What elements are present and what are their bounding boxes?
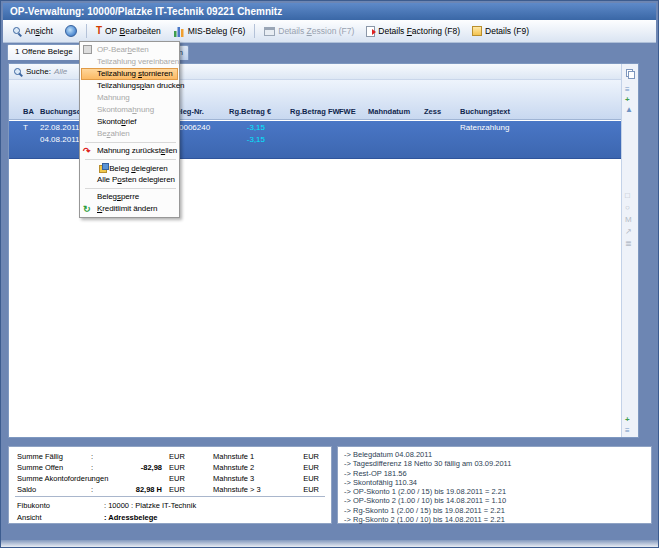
menu-item-teilzahlung-vereinbaren: Teilzahlung vereinbaren	[81, 56, 178, 68]
collapse-all-icon[interactable]: ≡	[625, 86, 630, 94]
menu-item-mahnung-zurueckstellen[interactable]: ↷ Mahnung zurückstellen	[81, 145, 178, 157]
edit-icon	[83, 45, 92, 54]
print-tool-icon[interactable]: ≣	[625, 240, 632, 248]
menu-item-kreditlimit-aendern[interactable]: ↻ Kreditlimit ändern	[81, 203, 178, 215]
cell-ba: T	[23, 122, 28, 134]
summary-row-offen: Summe Offen : -82,98 EUR Mahnstufe 2 EUR	[9, 462, 331, 473]
detail-line: -> Rg-Skonto 2 (1.00 / 10) bis 14.08.201…	[344, 515, 651, 524]
op-bearbeiten-button-label: OP Bearbeiten	[105, 26, 161, 36]
menu-item-alle-posten-delegieren[interactable]: Alle Posten delegieren	[81, 174, 178, 186]
toolbar-separator	[86, 24, 87, 38]
cell-offen: -3,15	[205, 134, 265, 146]
search-icon	[13, 67, 23, 77]
detail-line: -> OP-Skonto 2 (1.00 / 10) bis 14.08.201…	[344, 496, 651, 505]
menu-item-bezahlen: Bezahlen	[81, 128, 178, 140]
tab-offene-belege-label: 1 Offene Belege	[15, 47, 73, 56]
details-factoring-button-label: Details Factoring (F8)	[378, 26, 460, 36]
export-tool-icon[interactable]: ↗	[625, 228, 632, 236]
fibukonto-value: : 10000 : Platzke IT-Technik	[104, 500, 196, 511]
details-button[interactable]: Details (F9)	[467, 24, 534, 38]
menu-item-mahnung: Mahnung	[81, 92, 178, 104]
detail-line: -> Belegdatum 04.08.2011	[344, 450, 651, 459]
cell-rg-betrag: -3,15	[205, 122, 265, 134]
bar-chart-icon	[173, 25, 185, 37]
summary-divider	[15, 496, 325, 497]
expand-icon[interactable]: +	[625, 96, 630, 104]
menu-item-teilzahlungsplan-drucken[interactable]: Teilzahlungsplan drucken	[81, 80, 178, 92]
zession-window-icon	[264, 27, 275, 36]
detail-line: -> OP-Skonto 1 (2.00 / 15) bis 19.08.201…	[344, 487, 651, 496]
toolbar: Ansicht T OP Bearbeiten MIS-Beleg (F6) D…	[3, 20, 656, 43]
scroll-up-icon[interactable]: ▲	[625, 106, 633, 114]
zoom-tool-icon[interactable]: ○	[625, 204, 630, 212]
menu-item-skontomahnung: Skontomahnung	[81, 104, 178, 116]
refresh-green-icon: ↻	[83, 204, 93, 214]
summary-panel: Summe Fällig : EUR Mahnstufe 1 EUR Summe…	[8, 446, 332, 524]
toolbar-separator	[254, 24, 255, 38]
globe-icon	[65, 25, 77, 37]
details-zession-button-label: Details Zession (F7)	[278, 26, 354, 36]
ansicht-value: : Adressbelege	[104, 512, 158, 523]
op-verwaltung-window: OP-Verwaltung: 10000/Platzke IT-Technik …	[0, 0, 659, 548]
op-bearbeiten-button[interactable]: T OP Bearbeiten	[91, 24, 166, 38]
menu-item-beleg-delegieren[interactable]: Beleg delegieren	[81, 162, 178, 174]
details-button-label: Details (F9)	[485, 26, 529, 36]
mis-beleg-button-label: MIS-Beleg (F6)	[188, 26, 246, 36]
title-bar: OP-Verwaltung: 10000/Platzke IT-Technik …	[3, 3, 656, 20]
cell-buchungsdatum: 22.08.2011	[40, 122, 79, 134]
menu-item-op-bearbeiten: OP-Bearbeiten	[81, 44, 178, 56]
mis-beleg-button[interactable]: MIS-Beleg (F6)	[168, 23, 251, 39]
grid-side-toolbar: ≡ + ▲ □ ○ M ↗ ≣ + ≡	[621, 64, 638, 437]
search-label: Suche:	[26, 67, 51, 76]
skonto-details-panel: -> Belegdatum 04.08.2011 -> Tagesdiffere…	[337, 446, 652, 524]
summary-row-akonto: Summe Akontoforderungen : EUR Mahnstufe …	[9, 473, 331, 484]
detail-line: -> Tagesdifferenz 18 Netto 30 fällig am …	[344, 459, 651, 468]
op-bearbeiten-icon: T	[96, 26, 102, 36]
menu-separator	[85, 142, 176, 143]
copy-icon[interactable]	[628, 71, 635, 79]
menu-item-teilzahlung-stornieren[interactable]: Teilzahlung stornieren	[81, 68, 178, 80]
window-tool-icon[interactable]: □	[625, 192, 630, 200]
delegate-icon	[99, 163, 109, 172]
view-magnifier-icon	[12, 26, 22, 36]
factoring-sheet-icon	[366, 26, 375, 37]
menu-separator	[85, 188, 176, 189]
details-note-icon	[472, 26, 482, 36]
menu-item-belegsperre[interactable]: Belegsperre	[81, 191, 178, 203]
detail-line: -> Skontofähig 110.34	[344, 478, 651, 487]
tab-offene-belege[interactable]: 1 Offene Belege	[7, 44, 81, 60]
add-icon[interactable]: +	[625, 416, 630, 424]
fibukonto-row: Fibukonto : 10000 : Platzke IT-Technik	[9, 500, 331, 511]
summary-row-saldo: Saldo : 82,98 H EUR Mahnstufe > 3 EUR	[9, 484, 331, 495]
window-title: OP-Verwaltung: 10000/Platzke IT-Technik …	[10, 6, 282, 17]
search-input[interactable]: Alle	[54, 67, 67, 76]
detail-line: -> Rest-OP 181.56	[344, 469, 651, 478]
menu-separator	[85, 159, 176, 160]
op-bearbeiten-menu: OP-Bearbeiten Teilzahlung vereinbaren Te…	[79, 41, 180, 218]
ansicht-row: Ansicht : Adressbelege	[9, 512, 331, 523]
detail-line: -> Rg-Skonto 1 (2.00 / 15) bis 19.08.201…	[344, 506, 651, 515]
summary-row-faellig: Summe Fällig : EUR Mahnstufe 1 EUR	[9, 451, 331, 462]
mahnung-tool-icon[interactable]: M	[625, 216, 632, 224]
red-arrow-icon: ↷	[83, 146, 93, 156]
menu-item-skontobrief[interactable]: Skontobrief	[81, 116, 178, 128]
status-strip	[3, 524, 656, 540]
cell-buchungstext: Ratenzahlung	[460, 122, 509, 134]
details-factoring-button[interactable]: Details Factoring (F8)	[361, 24, 465, 39]
details-zession-button: Details Zession (F7)	[259, 24, 359, 38]
cell-belegdatum: 04.08.2011	[40, 134, 79, 146]
globe-button[interactable]	[60, 23, 82, 39]
ansicht-button[interactable]: Ansicht	[7, 24, 58, 38]
fit-icon[interactable]: ≡	[625, 427, 630, 435]
ansicht-button-label: Ansicht	[25, 26, 53, 36]
window-bottom-edge	[1, 540, 658, 547]
